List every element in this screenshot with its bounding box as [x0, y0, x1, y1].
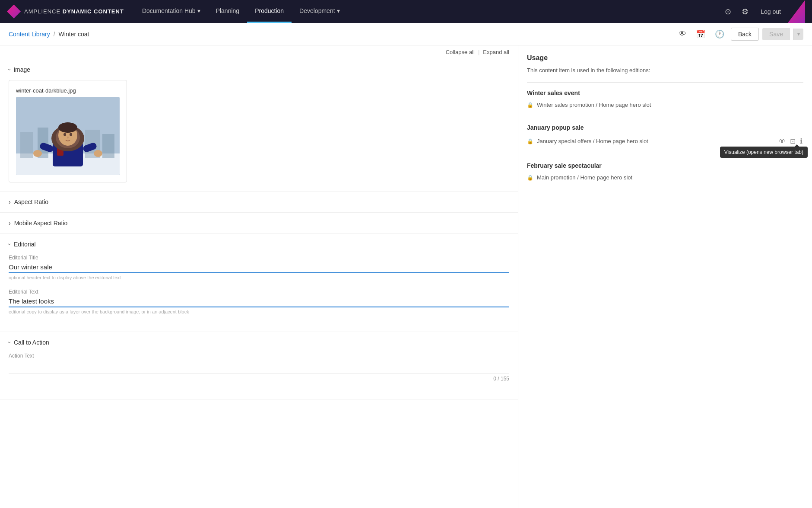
- history-icon: 🕐: [715, 30, 724, 38]
- nav-item-development[interactable]: Development ▾: [292, 0, 348, 23]
- usage-item-2-0: 🔒 Main promotion / Home page hero slot: [527, 173, 803, 182]
- person-image-svg: [16, 97, 120, 175]
- calendar-icon: 📅: [696, 30, 705, 38]
- call-to-action-content: Action Text 0 / 155: [0, 353, 518, 399]
- editorial-title-hint: optional header text to display above th…: [9, 275, 509, 280]
- chevron-down-icon: ▾: [337, 7, 340, 14]
- nav-items: Documentation Hub ▾ Planning Production …: [134, 0, 723, 23]
- brand-name: AMPLIENCE DYNAMIC CONTENT: [24, 8, 124, 15]
- usage-edition-0: Winter sales event 🔒 Winter sales promot…: [527, 82, 803, 110]
- editorial-section: › Editorial Editorial Title Our winter s…: [0, 234, 518, 332]
- usage-edition-1-title: January popup sale: [527, 124, 803, 131]
- svg-point-22: [94, 150, 102, 157]
- editorial-section-header[interactable]: › Editorial: [0, 234, 518, 255]
- svg-point-15: [58, 122, 77, 133]
- breadcrumb-separator: /: [54, 31, 55, 38]
- info-button[interactable]: ℹ: [799, 136, 803, 146]
- nav-corner-decoration: [788, 0, 805, 23]
- usage-item-text: January special offers / Home page hero …: [537, 138, 648, 144]
- call-to-action-label: Call to Action: [14, 339, 49, 346]
- usage-title: Usage: [527, 54, 803, 62]
- editorial-title-value[interactable]: Our winter sale: [9, 263, 509, 273]
- help-icon: ⊙: [725, 7, 731, 16]
- editorial-text-value[interactable]: The latest looks: [9, 297, 509, 307]
- chevron-down-icon: ▾: [197, 7, 200, 14]
- top-nav: AMPLIENCE DYNAMIC CONTENT Documentation …: [0, 0, 812, 23]
- image-section-header[interactable]: › image: [0, 59, 518, 80]
- back-button[interactable]: Back: [731, 28, 759, 41]
- collapse-all-button[interactable]: Collapse all: [446, 49, 475, 55]
- action-text-input[interactable]: [9, 361, 509, 374]
- editorial-text-group: Editorial Text The latest looks editoria…: [9, 289, 509, 314]
- image-filename: winter-coat-darkblue.jpg: [16, 87, 120, 94]
- editorial-text-label: Editorial Text: [9, 289, 509, 295]
- lock-icon: 🔒: [527, 138, 533, 144]
- chevron-down-icon: ›: [6, 342, 13, 343]
- svg-point-21: [33, 150, 42, 157]
- usage-item-1-0: 🔒 January special offers / Home page her…: [527, 134, 803, 148]
- svg-point-18: [67, 137, 69, 139]
- eye-icon: 👁: [679, 29, 686, 38]
- usage-item-text: Winter sales promotion / Home page hero …: [537, 102, 651, 108]
- visualize-button[interactable]: 👁: [778, 137, 787, 146]
- nav-item-planning[interactable]: Planning: [208, 0, 247, 23]
- editorial-title-label: Editorial Title: [9, 255, 509, 261]
- editorial-title-group: Editorial Title Our winter sale optional…: [9, 255, 509, 280]
- help-button[interactable]: ⊙: [723, 5, 733, 18]
- image-section-content: winter-coat-darkblue.jpg: [0, 80, 518, 191]
- usage-item-0-0: 🔒 Winter sales promotion / Home page her…: [527, 100, 803, 110]
- usage-edition-1: January popup sale 🔒 January special off…: [527, 117, 803, 148]
- history-button[interactable]: 🕐: [712, 26, 727, 42]
- svg-rect-2: [20, 132, 33, 158]
- panel-header: Collapse all | Expand all: [0, 45, 518, 59]
- brand-logo-icon: [7, 5, 21, 19]
- char-count: 0 / 155: [9, 376, 509, 382]
- logout-button[interactable]: Log out: [757, 6, 784, 17]
- header-separator: |: [478, 49, 479, 55]
- usage-item-1-actions: 👁 ⊡ ℹ: [778, 136, 803, 146]
- call-to-action-section: › Call to Action Action Text 0 / 155: [0, 332, 518, 399]
- aspect-ratio-label: Aspect Ratio: [14, 198, 48, 205]
- nav-right-actions: ⊙ ⚙ Log out: [723, 5, 784, 18]
- mobile-aspect-ratio-section[interactable]: › Mobile Aspect Ratio: [0, 213, 518, 234]
- action-text-group: Action Text 0 / 155: [9, 353, 509, 382]
- chevron-down-icon: ›: [6, 243, 13, 245]
- preview-button[interactable]: 👁: [676, 26, 689, 42]
- left-panel: Collapse all | Expand all › image winter…: [0, 45, 518, 508]
- breadcrumb-parent[interactable]: Content Library: [9, 31, 50, 38]
- chevron-right-icon: ›: [9, 220, 11, 227]
- schedule-button[interactable]: 📅: [693, 26, 708, 42]
- usage-item-text: Main promotion / Home page hero slot: [537, 174, 632, 181]
- usage-edition-0-title: Winter sales event: [527, 89, 803, 96]
- svg-point-16: [63, 133, 66, 136]
- usage-edition-2-title: February sale spectacular: [527, 162, 803, 169]
- svg-rect-5: [102, 134, 114, 158]
- image-section: › image winter-coat-darkblue.jpg: [0, 59, 518, 192]
- editorial-text-hint: editorial copy to display as a layer ove…: [9, 309, 509, 314]
- breadcrumb-bar: Content Library / Winter coat 👁 📅 🕐 Back…: [0, 23, 812, 45]
- image-preview: [16, 97, 120, 175]
- breadcrumb-actions: 👁 📅 🕐 Back Save ▾: [676, 26, 803, 42]
- svg-point-17: [70, 133, 72, 136]
- usage-intro: This content item is used in the followi…: [527, 67, 803, 73]
- breadcrumb-current: Winter coat: [59, 31, 89, 38]
- right-panel: Usage This content item is used in the f…: [518, 45, 812, 508]
- chevron-down-icon: ›: [6, 69, 13, 70]
- save-button: Save: [762, 28, 790, 40]
- image-section-label: image: [14, 66, 30, 73]
- call-to-action-section-header[interactable]: › Call to Action: [0, 332, 518, 353]
- editorial-section-content: Editorial Title Our winter sale optional…: [0, 255, 518, 332]
- gear-icon: ⚙: [742, 7, 749, 16]
- action-text-label: Action Text: [9, 353, 509, 359]
- mobile-aspect-ratio-label: Mobile Aspect Ratio: [14, 220, 68, 227]
- brand-logo-area: AMPLIENCE DYNAMIC CONTENT: [7, 5, 124, 19]
- expand-all-button[interactable]: Expand all: [483, 49, 509, 55]
- settings-button[interactable]: ⚙: [740, 5, 750, 18]
- editorial-section-label: Editorial: [14, 241, 36, 248]
- usage-edition-2: February sale spectacular 🔒 Main promoti…: [527, 155, 803, 182]
- aspect-ratio-section[interactable]: › Aspect Ratio: [0, 192, 518, 213]
- image-card: winter-coat-darkblue.jpg: [9, 80, 127, 182]
- lock-icon: 🔒: [527, 175, 533, 181]
- nav-item-production[interactable]: Production: [247, 0, 292, 23]
- nav-item-documentation[interactable]: Documentation Hub ▾: [134, 0, 208, 23]
